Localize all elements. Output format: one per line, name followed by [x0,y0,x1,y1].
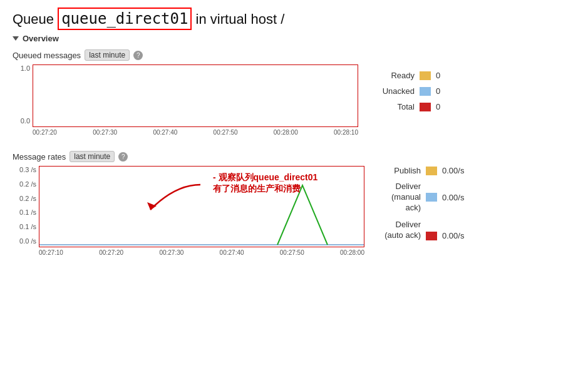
overview-label: Overview [23,34,59,43]
message-rates-chart-container: 00:27:10 00:27:20 00:27:30 00:27:40 00:2… [39,166,364,256]
message-rates-chart-svg [39,167,364,247]
message-rates-chart-with-axis: 0.3 /s 0.2 /s 0.2 /s 0.1 /s 0.1 /s 0.0 /… [13,166,364,256]
legend-publish-color [426,167,437,175]
message-rates-section: Message rates last minute ? 0.3 /s 0.2 /… [13,151,575,256]
queued-messages-chart-container: 00:27:20 00:27:30 00:27:40 00:27:50 00:2… [33,64,358,136]
legend-row-ready: Ready 0 [377,71,448,80]
queued-messages-legend: Ready 0 Unacked 0 Total 0 [377,64,448,111]
legend-ready-color [420,71,431,80]
legend-row-deliver-auto: Deliver(auto ack) 0.00/s [383,220,464,241]
legend-ready-label: Ready [377,71,415,80]
message-rates-x-axis: 00:27:10 00:27:20 00:27:30 00:27:40 00:2… [39,249,364,256]
legend-deliver-auto-color [426,232,437,240]
queued-messages-time-range[interactable]: last minute [85,49,130,61]
legend-unacked-color [420,87,431,96]
legend-row-unacked: Unacked 0 [377,86,448,96]
message-rates-header: Message rates last minute ? [13,151,575,162]
queued-messages-chart-box [33,64,358,127]
message-rates-chart-area: 0.3 /s 0.2 /s 0.2 /s 0.1 /s 0.1 /s 0.0 /… [13,166,575,256]
message-rates-time-range[interactable]: last minute [70,151,115,162]
legend-publish-value: 0.00/s [442,166,464,175]
legend-publish-label: Publish [383,166,421,175]
legend-deliver-manual-value: 0.00/s [442,193,464,202]
queued-messages-help[interactable]: ? [133,51,143,60]
message-rates-chart-box [39,166,364,247]
legend-deliver-auto-label: Deliver(auto ack) [383,220,421,241]
queued-messages-section: Queued messages last minute ? 1.0 0.0 00… [13,49,575,136]
legend-row-total: Total 0 [377,102,448,111]
legend-total-color [420,103,431,111]
legend-unacked-label: Unacked [377,86,415,96]
page-title: Queue queue_direct01 in virtual host / [13,10,575,28]
queued-messages-y-axis: 1.0 0.0 [13,64,30,136]
queued-messages-header: Queued messages last minute ? [13,49,575,61]
legend-deliver-manual-color [426,193,437,202]
legend-row-publish: Publish 0.00/s [383,166,464,175]
legend-total-label: Total [377,102,415,111]
queued-messages-chart-with-axis: 1.0 0.0 00:27:20 00:27:30 00:27:40 00:27… [13,64,358,136]
queued-messages-chart-area: 1.0 0.0 00:27:20 00:27:30 00:27:40 00:27… [13,64,575,136]
message-rates-legend: Publish 0.00/s Deliver(manualack) 0.00/s… [383,166,464,240]
legend-unacked-value: 0 [436,86,448,96]
legend-deliver-auto-value: 0.00/s [442,231,464,240]
queue-name: queue_direct01 [58,8,192,30]
legend-total-value: 0 [436,102,448,111]
legend-ready-value: 0 [436,71,448,80]
queued-messages-label: Queued messages [13,51,81,60]
overview-header: Overview [13,34,575,43]
queued-messages-x-axis: 00:27:20 00:27:30 00:27:40 00:27:50 00:2… [33,129,358,136]
legend-row-deliver-manual: Deliver(manualack) 0.00/s [383,182,464,213]
message-rates-help[interactable]: ? [118,152,128,162]
legend-deliver-manual-label: Deliver(manualack) [383,182,421,213]
message-rates-label: Message rates [13,152,66,162]
collapse-icon[interactable] [13,36,19,41]
message-rates-y-axis: 0.3 /s 0.2 /s 0.2 /s 0.1 /s 0.1 /s 0.0 /… [13,166,36,256]
